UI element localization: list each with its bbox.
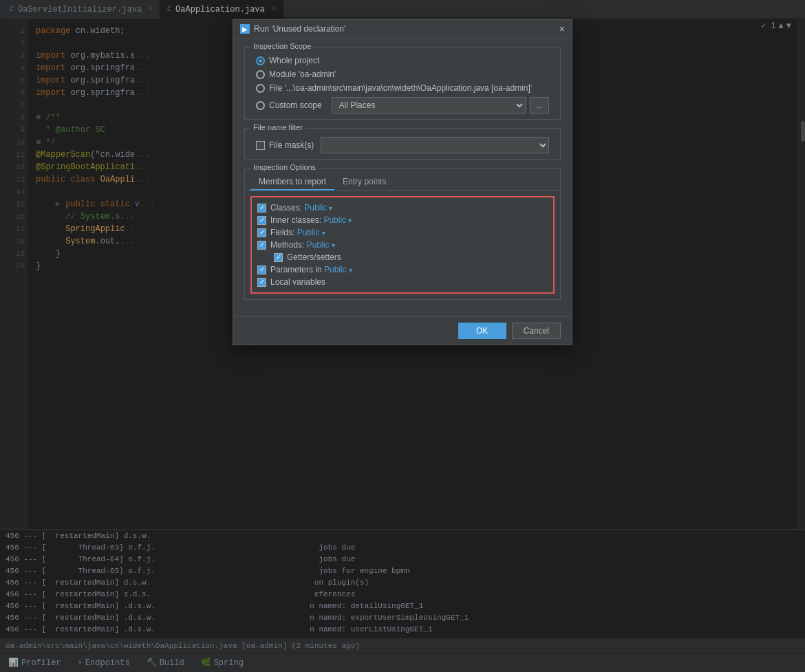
radio-group: Whole project Module 'oa-admin' File '..… <box>256 56 549 113</box>
classes-label: Classes: Public ▾ <box>270 203 332 213</box>
inner-classes-checkbox[interactable] <box>257 216 266 225</box>
option-local-vars: Local variables <box>257 276 548 288</box>
getters-setters-checkbox[interactable] <box>274 253 283 262</box>
custom-scope-extra-btn[interactable]: ... <box>530 97 549 113</box>
fields-badge[interactable]: Public <box>297 228 320 237</box>
dialog-title-icon: ▶ <box>240 24 250 34</box>
tab-entry-points[interactable]: Entry points <box>334 174 394 190</box>
fields-label: Fields: Public ▾ <box>270 228 325 237</box>
dialog-overlay: ▶ Run 'Unused declaration' × Inspection … <box>0 0 805 672</box>
cancel-button[interactable]: Cancel <box>512 323 561 339</box>
methods-badge[interactable]: Public <box>307 240 330 250</box>
option-methods: Methods: Public ▾ <box>257 239 548 251</box>
inner-classes-badge[interactable]: Public <box>323 215 346 225</box>
inspection-scope-group: Inspection Scope Whole project Module 'o… <box>244 47 561 120</box>
inspection-options-section: Inspection Options Members to report Ent… <box>244 168 561 300</box>
fields-checkbox[interactable] <box>257 228 266 237</box>
parameters-checkbox[interactable] <box>257 265 266 274</box>
parameters-badge[interactable]: Public <box>324 265 347 274</box>
tab-entry-label: Entry points <box>343 177 386 186</box>
dialog-body: Inspection Scope Whole project Module 'o… <box>233 39 572 316</box>
radio-file[interactable]: File '...\oa-admin\src\main\java\cn\wide… <box>256 83 549 93</box>
classes-badge[interactable]: Public <box>304 203 327 213</box>
radio-module-label: Module 'oa-admin' <box>269 69 336 79</box>
local-vars-checkbox[interactable] <box>257 278 266 287</box>
option-classes: Classes: Public ▾ <box>257 202 548 214</box>
file-mask-row: File mask(s) <box>256 137 549 153</box>
inner-tabs: Members to report Entry points <box>245 174 560 191</box>
custom-scope-dropdown[interactable]: All Places <box>332 97 526 113</box>
radio-module-input[interactable] <box>256 70 265 79</box>
radio-custom-label: Custom scope <box>269 100 322 110</box>
fields-dropdown-arrow[interactable]: ▾ <box>322 229 325 237</box>
option-getters-setters: Getters/setters <box>257 251 548 263</box>
tab-members-label: Members to report <box>259 177 326 186</box>
file-filter-legend: File name filter <box>250 123 305 131</box>
custom-scope-row: All Places ... <box>332 97 549 113</box>
classes-checkbox[interactable] <box>257 204 266 213</box>
file-filter-content: File mask(s) <box>245 129 560 159</box>
parameters-dropdown-arrow[interactable]: ▾ <box>349 266 352 274</box>
parameters-label: Parameters in Public ▾ <box>270 265 352 274</box>
tab-content: Classes: Public ▾ Inner classes: Public <box>250 196 555 294</box>
radio-file-input[interactable] <box>256 84 265 93</box>
option-inner-classes: Inner classes: Public ▾ <box>257 214 548 226</box>
radio-whole-project-label: Whole project <box>269 56 319 65</box>
radio-custom[interactable]: Custom scope All Places ... <box>256 97 549 113</box>
inspection-scope-content: Whole project Module 'oa-admin' File '..… <box>245 47 560 119</box>
methods-checkbox[interactable] <box>257 241 266 250</box>
file-filter-group: File name filter File mask(s) <box>244 128 561 160</box>
inner-classes-dropdown-arrow[interactable]: ▾ <box>348 217 352 224</box>
dialog-footer: OK Cancel <box>233 316 572 345</box>
option-parameters: Parameters in Public ▾ <box>257 263 548 276</box>
file-mask-dropdown[interactable] <box>321 137 549 153</box>
dialog-close-button[interactable]: × <box>559 24 565 34</box>
radio-whole-project[interactable]: Whole project <box>256 56 549 65</box>
radio-module[interactable]: Module 'oa-admin' <box>256 69 549 79</box>
methods-label: Methods: Public ▾ <box>270 240 335 250</box>
run-dialog: ▶ Run 'Unused declaration' × Inspection … <box>233 19 572 345</box>
tab-members-to-report[interactable]: Members to report <box>250 174 334 191</box>
radio-whole-project-input[interactable] <box>256 56 265 65</box>
file-mask-label: File mask(s) <box>269 140 314 150</box>
methods-dropdown-arrow[interactable]: ▾ <box>332 241 335 249</box>
local-vars-label: Local variables <box>270 277 325 287</box>
inspection-options-content: Members to report Entry points Classes: <box>245 169 560 299</box>
file-mask-checkbox[interactable] <box>256 141 265 150</box>
classes-dropdown-arrow[interactable]: ▾ <box>329 204 332 212</box>
inspection-scope-legend: Inspection Scope <box>250 42 314 50</box>
radio-file-label: File '...\oa-admin\src\main\java\cn\wide… <box>269 83 532 93</box>
file-filter-section: File name filter File mask(s) <box>244 128 561 160</box>
dialog-titlebar-left: ▶ Run 'Unused declaration' <box>240 24 345 34</box>
dialog-title: Run 'Unused declaration' <box>254 24 345 34</box>
getters-setters-label: Getters/setters <box>287 252 341 262</box>
dialog-titlebar: ▶ Run 'Unused declaration' × <box>233 20 572 39</box>
inner-classes-label: Inner classes: Public ▾ <box>270 215 352 225</box>
option-fields: Fields: Public ▾ <box>257 226 548 239</box>
inspection-options-legend: Inspection Options <box>250 163 319 171</box>
ok-button[interactable]: OK <box>458 323 506 339</box>
file-mask-dropdown-row <box>321 137 549 153</box>
radio-custom-input[interactable] <box>256 101 265 110</box>
